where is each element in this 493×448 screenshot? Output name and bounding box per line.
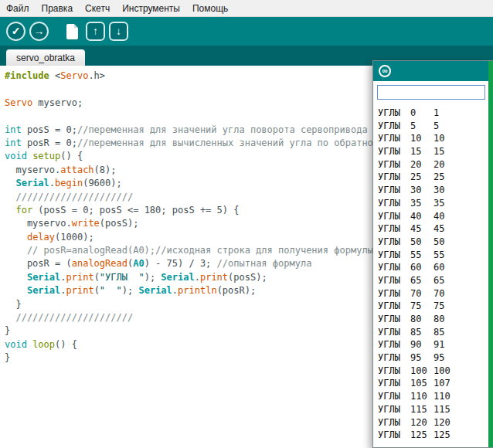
serial-row: УГЛЫ125125: [378, 429, 493, 442]
serial-row: УГЛЫ5050: [378, 236, 493, 249]
serial-row: УГЛЫ105107: [378, 377, 493, 390]
serial-row: УГЛЫ8585: [378, 326, 493, 339]
serial-row: УГЛЫ55: [378, 120, 493, 133]
serial-row: УГЛЫ1010: [378, 132, 493, 145]
open-button[interactable]: ↑: [86, 22, 105, 41]
toolbar: ✓ → ↑ ↓: [0, 17, 493, 46]
serial-row: УГЛЫ6565: [378, 274, 493, 287]
serial-row: УГЛЫ2020: [378, 158, 493, 171]
serial-row: УГЛЫ1515: [378, 145, 493, 158]
serial-row: УГЛЫ6060: [378, 261, 493, 274]
serial-row: УГЛЫ01: [378, 107, 493, 120]
new-sketch-button[interactable]: [63, 22, 82, 41]
serial-row: УГЛЫ100100: [378, 365, 493, 378]
serial-row: УГЛЫ9091: [378, 338, 493, 351]
serial-row: УГЛЫ7575: [378, 300, 493, 313]
verify-button[interactable]: ✓: [6, 22, 26, 41]
serial-row: УГЛЫ4545: [378, 222, 493, 236]
menu-item-file[interactable]: Файл: [0, 2, 36, 15]
tab-servo-obratka[interactable]: servo_obratka: [6, 49, 85, 66]
arduino-ide-window: Файл Правка Скетч Инструменты Помощь ✓ →…: [0, 0, 493, 448]
serial-row: УГЛЫ4040: [378, 210, 493, 223]
menu-item-tools[interactable]: Инструменты: [116, 2, 186, 15]
serial-input-row: [373, 81, 493, 103]
serial-row: УГЛЫ110110: [378, 390, 493, 403]
upload-button[interactable]: →: [29, 22, 49, 41]
serial-row: УГЛЫ3030: [378, 184, 493, 197]
serial-input[interactable]: [377, 85, 485, 100]
serial-row: УГЛЫ2525: [378, 171, 493, 184]
serial-window-right-border: [488, 61, 493, 447]
serial-monitor-window: ∞ УГЛЫ01УГЛЫ55УГЛЫ1010УГЛЫ1515УГЛЫ2020УГ…: [372, 60, 493, 448]
menu-item-edit[interactable]: Правка: [36, 2, 80, 15]
menu-item-sketch[interactable]: Скетч: [79, 2, 116, 15]
serial-row: УГЛЫ5555: [378, 249, 493, 262]
serial-row: УГЛЫ9595: [378, 351, 493, 365]
serial-row: УГЛЫ3535: [378, 197, 493, 210]
arduino-logo-icon: ∞: [379, 65, 391, 77]
serial-monitor-titlebar[interactable]: ∞: [373, 61, 493, 81]
serial-output[interactable]: УГЛЫ01УГЛЫ55УГЛЫ1010УГЛЫ1515УГЛЫ2020УГЛЫ…: [373, 103, 493, 443]
menu-item-help[interactable]: Помощь: [186, 2, 234, 15]
new-document-icon: [66, 24, 78, 39]
serial-row: УГЛЫ115115: [378, 403, 493, 416]
serial-row: УГЛЫ7070: [378, 287, 493, 300]
down-arrow-icon: ↓: [116, 25, 121, 36]
check-icon: ✓: [12, 25, 21, 36]
right-arrow-icon: →: [34, 25, 45, 36]
serial-row: УГЛЫ8080: [378, 313, 493, 326]
save-button[interactable]: ↓: [109, 22, 128, 41]
menu-bar: Файл Правка Скетч Инструменты Помощь: [0, 0, 493, 17]
serial-row: УГЛЫ120120: [378, 416, 493, 429]
up-arrow-icon: ↑: [93, 25, 98, 36]
